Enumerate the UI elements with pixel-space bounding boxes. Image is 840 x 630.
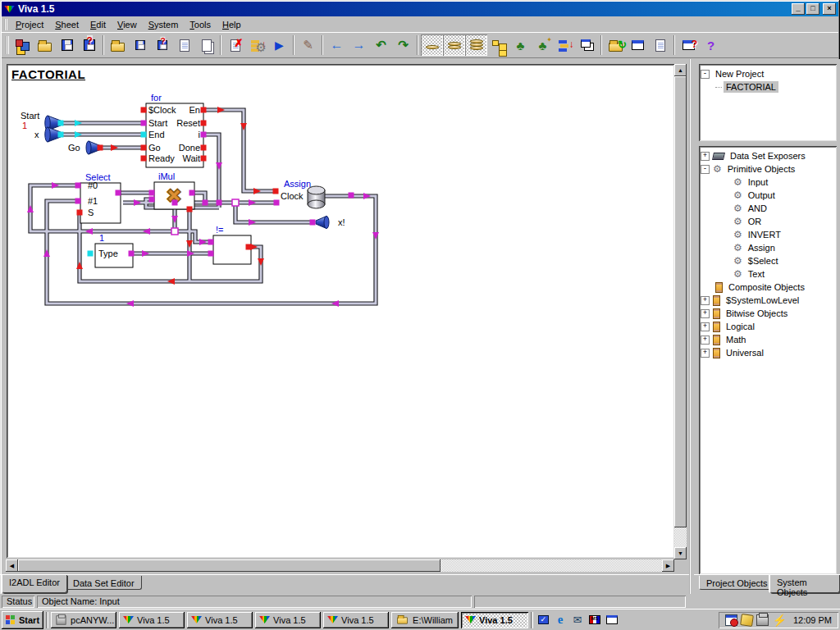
- navigate-forward-button[interactable]: →: [348, 34, 370, 56]
- undo-button[interactable]: ↶: [370, 34, 392, 56]
- tree-view-button[interactable]: ♣: [509, 34, 532, 56]
- taskbar-button-explorer[interactable]: E:\William: [391, 612, 459, 628]
- collapse-icon[interactable]: -: [701, 165, 710, 174]
- view-flatten-3-toggle[interactable]: [465, 34, 487, 56]
- view-flatten-1-toggle[interactable]: [421, 34, 443, 56]
- taskbar-button-viva-2[interactable]: Viva 1.5: [187, 612, 253, 628]
- menu-system[interactable]: System: [143, 18, 185, 31]
- not-equal-block[interactable]: !=: [213, 225, 251, 264]
- tree-item-or[interactable]: ⚙OR: [701, 215, 835, 228]
- tree-item-logical[interactable]: +Logical: [701, 320, 835, 333]
- tree-item-select[interactable]: ⚙$Select: [701, 254, 835, 267]
- open-sheet-button[interactable]: [107, 34, 129, 56]
- menu-project[interactable]: Project: [10, 18, 49, 31]
- new-project-button[interactable]: [11, 34, 34, 56]
- pcanywhere-host-icon[interactable]: ⚡: [772, 614, 786, 626]
- tree-item-factorial[interactable]: FACTORIAL: [701, 80, 835, 94]
- canvas-vertical-scrollbar[interactable]: ▲ ▼: [674, 64, 687, 559]
- scroll-down-button[interactable]: ▼: [674, 547, 687, 559]
- menu-tools[interactable]: Tools: [184, 18, 217, 31]
- edit-objects-button[interactable]: ✎: [297, 34, 319, 56]
- vertical-scroll-thumb[interactable]: [674, 76, 687, 527]
- tree-item-systemlowlevel[interactable]: +$SystemLowLevel: [701, 294, 835, 307]
- tab-system-objects[interactable]: System Objects: [769, 575, 840, 593]
- tree-item-output[interactable]: ⚙Output: [701, 189, 835, 202]
- tree-item-universal[interactable]: +Universal: [701, 346, 835, 359]
- delete-button[interactable]: [224, 34, 246, 56]
- toolbar-gripper[interactable]: [4, 19, 7, 30]
- horizontal-scroll-thumb[interactable]: [18, 559, 441, 572]
- diamond-icon[interactable]: [741, 614, 755, 627]
- save-sheet-as-button[interactable]: [151, 34, 173, 56]
- view-flatten-2-toggle[interactable]: [443, 34, 465, 56]
- for-block[interactable]: for $Clock Start End Go Ready En Reset i…: [146, 93, 203, 167]
- tree-item-composite-objects[interactable]: Composite Objects: [701, 281, 835, 294]
- expand-icon[interactable]: +: [701, 152, 710, 161]
- channels-icon[interactable]: [605, 613, 619, 627]
- i2adl-sheet-canvas[interactable]: FACTORIAL for $Clock Start End Go Ready: [7, 64, 674, 558]
- datetime-icon[interactable]: [725, 614, 737, 626]
- tray-clock[interactable]: 12:09 PM: [793, 615, 832, 625]
- tab-project-objects[interactable]: Project Objects: [699, 576, 775, 590]
- menu-edit[interactable]: Edit: [84, 18, 112, 31]
- hierarchy-button[interactable]: [487, 34, 509, 56]
- scroll-left-button[interactable]: ◀: [6, 559, 18, 572]
- toolbar-gripper[interactable]: [6, 36, 9, 54]
- msdos-icon[interactable]: MS: [587, 613, 602, 627]
- redo-button[interactable]: ↷: [392, 34, 414, 56]
- output-horn-result[interactable]: [316, 217, 329, 229]
- outlook-icon[interactable]: ✉: [570, 613, 585, 627]
- expand-icon[interactable]: +: [701, 322, 710, 331]
- menu-sheet[interactable]: Sheet: [49, 18, 84, 31]
- minimize-button[interactable]: _: [792, 3, 805, 15]
- show-dialog-button[interactable]: [627, 34, 649, 56]
- scroll-up-button[interactable]: ▲: [674, 64, 687, 76]
- help-button[interactable]: ?: [700, 34, 722, 56]
- tree-item-math[interactable]: +Math: [701, 333, 835, 346]
- navigate-back-button[interactable]: ←: [326, 34, 348, 56]
- save-project-as-button[interactable]: [78, 34, 100, 56]
- type-block[interactable]: 1 Type: [95, 233, 133, 267]
- expand-icon[interactable]: +: [701, 296, 710, 305]
- internet-explorer-icon[interactable]: e: [553, 613, 568, 627]
- tree-item-input[interactable]: ⚙Input: [701, 176, 835, 189]
- build-button[interactable]: ⚙: [246, 34, 268, 56]
- menu-view[interactable]: View: [112, 18, 143, 31]
- refresh-project-button[interactable]: [605, 34, 627, 56]
- taskbar-button-viva-3[interactable]: Viva 1.5: [255, 612, 321, 628]
- taskbar-button-viva-4[interactable]: Viva 1.5: [323, 612, 389, 628]
- start-button[interactable]: Start: [2, 611, 43, 629]
- taskbar-button-viva-active[interactable]: Viva 1.5: [461, 612, 528, 628]
- save-sheet-button[interactable]: [129, 34, 151, 56]
- tree-item-and[interactable]: ⚙AND: [701, 202, 835, 215]
- select-block[interactable]: Select #0 #1 S: [80, 172, 121, 223]
- printer-icon[interactable]: [756, 614, 769, 626]
- run-button[interactable]: ▶: [268, 34, 290, 56]
- cascade-button[interactable]: [576, 34, 598, 56]
- maximize-button[interactable]: □: [806, 3, 819, 15]
- assign-block[interactable]: Assign Clock: [281, 179, 325, 208]
- expand-icon[interactable]: +: [701, 309, 710, 318]
- copy-sheet-button[interactable]: [195, 34, 217, 56]
- new-sheet-button[interactable]: [173, 34, 195, 56]
- taskbar-button-pcanywhere[interactable]: pcANYW...: [51, 612, 116, 628]
- tree-item-primitive-objects[interactable]: -⚙Primitive Objects: [701, 162, 835, 176]
- expand-icon[interactable]: +: [701, 336, 710, 345]
- context-help-button[interactable]: [678, 34, 700, 56]
- tree-item-new-project[interactable]: - New Project: [701, 67, 835, 80]
- tree-item-data-set-exposers[interactable]: +Data Set Exposers: [701, 149, 835, 162]
- save-project-button[interactable]: [56, 34, 78, 56]
- tree-search-button[interactable]: ♣✦: [532, 34, 554, 56]
- menu-help[interactable]: Help: [217, 18, 247, 31]
- close-button[interactable]: ×: [823, 3, 836, 15]
- taskbar-button-viva-1[interactable]: Viva 1.5: [119, 612, 185, 628]
- new-window-button[interactable]: [649, 34, 671, 56]
- tab-data-set-editor[interactable]: Data Set Editor: [66, 576, 142, 590]
- tree-item-bitwise-objects[interactable]: +Bitwise Objects: [701, 307, 835, 320]
- tree-item-assign[interactable]: ⚙Assign: [701, 241, 835, 254]
- tree-item-invert[interactable]: ⚙INVERT: [701, 228, 835, 241]
- sort-button[interactable]: [554, 34, 576, 56]
- tree-item-text[interactable]: ⚙Text: [701, 267, 835, 281]
- show-desktop-icon[interactable]: [536, 613, 550, 627]
- open-project-button[interactable]: [34, 34, 56, 56]
